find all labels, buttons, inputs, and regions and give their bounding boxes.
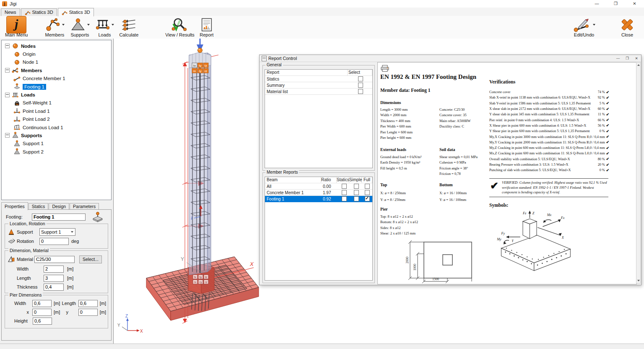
members-button[interactable]: Members [42,17,67,38]
full-checkbox[interactable] [365,196,370,201]
tree-item-continuous-load[interactable]: Continuous Load 1 [2,123,111,131]
minimize-button[interactable]: — [587,0,606,8]
report-name: Statics [265,77,349,81]
collapse-icon[interactable] [5,44,10,48]
statics-checkbox[interactable] [342,196,347,201]
general-row-material-list[interactable]: Material list [265,89,372,95]
jigi-application: j Jigi — ❐ ✕ News Statics 3D Statics 3D … [0,0,644,349]
width-input[interactable] [44,266,64,273]
pier-height-input[interactable] [33,318,52,325]
collapse-icon[interactable] [5,68,10,73]
tab-news[interactable]: News [1,8,20,16]
material-input[interactable] [34,256,75,263]
main-menu-button[interactable]: j Main Menu [3,17,30,38]
pier-width-input[interactable] [32,300,52,307]
tree-group-supports[interactable]: Supports [2,131,111,139]
member-reports-table: Beam Ratio Statics Simple Full All 0.00 [265,177,373,281]
tree-item-node1[interactable]: Node 1 [2,58,111,66]
edit-undo-button[interactable]: Edit/Undo [570,17,598,38]
loads-label: Loads [98,32,111,37]
members-icon [44,18,61,32]
close-tab-button[interactable]: Close [617,17,637,38]
view-results-button[interactable]: View / Results [163,17,197,38]
verifications-heading: Verifications [489,79,515,84]
summary-checkbox[interactable] [358,83,363,88]
general-row-summary[interactable]: Summary [265,82,372,89]
material-list-checkbox[interactable] [358,89,363,94]
tree-item-self-weight[interactable]: kg Self-Weight 1 [2,99,111,107]
tree-group-members[interactable]: Members [2,66,111,74]
tree-item-origin[interactable]: Origin [2,50,111,58]
tree-item-point-load1[interactable]: Point Load 1 [2,107,111,115]
tree-group-loads[interactable]: Loads [2,91,111,99]
member-row-footing[interactable]: Footing 1 0.92 [265,196,372,202]
thickness-input[interactable] [44,284,64,291]
close-button[interactable]: ✕ [625,0,644,8]
material-select-button[interactable]: Select... [79,255,102,263]
supports-button[interactable]: Supports [67,17,92,38]
report-name: Summary [265,83,349,88]
rotation-input[interactable] [39,238,69,245]
tree-item-point-load2[interactable]: Point Load 2 [2,115,111,123]
plan-dim-1500: 1500 [432,277,439,281]
simple-checkbox[interactable] [354,190,359,195]
verification-label: My,Z Cracking in point 600 mm with combi… [489,146,587,150]
tree-label: Supports [21,133,42,138]
pier-x-input[interactable] [32,309,52,316]
scroll-down-icon[interactable] [637,280,640,281]
simple-checkbox[interactable] [354,184,359,189]
tree-group-nodes[interactable]: Nodes [2,42,111,50]
supports-dropdown-caret[interactable] [87,24,90,26]
tab-design[interactable]: Design [49,203,69,210]
general-row-statics[interactable]: Statics [265,76,372,82]
support-icon [13,148,21,155]
loads-dropdown-caret[interactable] [112,24,114,26]
restore-button[interactable]: ❐ [606,0,625,8]
report-control-titlebar[interactable]: Report Control — ❐ ✕ [260,55,641,62]
check-icon: ✔ [605,168,609,172]
statics-checkbox[interactable] [342,190,347,195]
minimize-button[interactable]: — [613,55,623,62]
full-checkbox[interactable] [365,190,370,195]
tab-parameters[interactable]: Parameters [70,203,99,210]
material-icon [8,256,15,263]
loads-button[interactable]: Loads [92,17,117,38]
footing-name-input[interactable] [32,214,86,221]
tree-item-support2[interactable]: Support 2 [2,148,111,156]
edit-undo-dropdown-caret[interactable] [593,24,595,26]
tab-statics3d-1[interactable]: Statics 3D [21,8,57,16]
verification-value: 66 % [598,118,605,122]
members-dropdown-caret[interactable] [62,24,65,26]
verified-check-icon: ✔ [490,180,499,195]
support-dropdown[interactable]: Support 1 [39,228,75,236]
window-titlebar: j Jigi — ❐ ✕ [0,0,644,8]
print-button[interactable] [380,65,390,72]
full-checkbox[interactable] [365,184,370,189]
report-button[interactable]: Report [197,17,216,38]
restore-button[interactable]: ❐ [623,55,632,62]
pier-y-input[interactable] [78,309,98,316]
tab-properties[interactable]: Properties [1,202,28,210]
tree-item-concrete-member[interactable]: Concrete Member 1 [2,75,111,83]
top-reinf-lines: X: ø = 8 / 250mmY: ø = 8 / 250mm [380,190,406,203]
close-button[interactable]: ✕ [632,55,641,62]
tab-statics3d-2[interactable]: Statics 3D [58,8,94,16]
simple-checkbox[interactable] [354,196,359,201]
statics-checkbox[interactable] [342,184,347,189]
scroll-up-icon[interactable] [637,64,640,66]
member-row-concrete-member[interactable]: Concrete Member 1 1.97 [265,190,372,196]
tree-item-footing[interactable]: Footing 1 [2,83,111,91]
member-row-all[interactable]: All 0.00 [265,183,372,190]
tree-label: Self-Weight 1 [23,100,52,105]
collapse-icon[interactable] [5,93,10,97]
statics-checkbox[interactable] [358,76,363,81]
collapse-icon[interactable] [5,133,10,138]
report-scrollbar[interactable] [636,62,641,284]
chevron-down-icon[interactable] [69,229,75,235]
tree-item-support1[interactable]: Support 1 [2,140,111,148]
pier-length-input[interactable] [78,300,98,307]
dof-label: ty [200,276,202,279]
calculate-button[interactable]: Calculate [117,17,141,38]
length-input[interactable] [44,275,64,282]
tab-statics[interactable]: Statics [29,203,49,210]
